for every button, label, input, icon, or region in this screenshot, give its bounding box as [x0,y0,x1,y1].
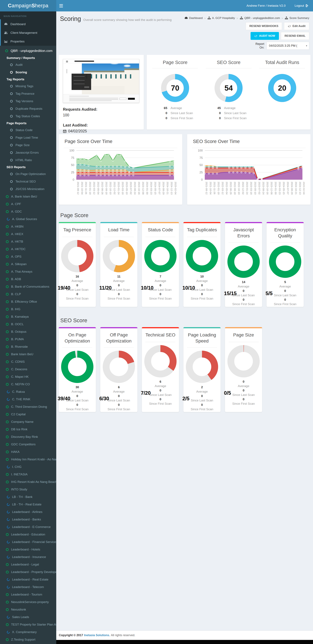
sidebar-item-duplicate-requests[interactable]: Duplicate Requests [0,105,56,112]
sidebar-property-c-the-rink[interactable]: C. THE RINK [0,396,56,403]
sidebar-item-technical-seo[interactable]: Technical SEO [0,178,56,185]
sidebar-property-c-third-dimension-diving[interactable]: C. Third Dimension Diving [0,403,56,410]
sidebar-property-a-hkex[interactable]: A. HKEX [0,230,56,238]
sidebar-property-a-hktb[interactable]: A. HKTB [0,238,56,245]
sidebar-property-a-ops[interactable]: A. OPS [0,253,56,260]
sidebar-property-leaderboard-airlines[interactable]: Leaderboard - Airlines [0,508,56,516]
sidebar-item-tag-versions[interactable]: Tag Versions [0,98,56,105]
sidebar-item-audit[interactable]: Audit [0,61,56,68]
sidebar-property-sales-leads[interactable]: Sales Leads [0,613,56,621]
sidebar-item-javascript-errors[interactable]: Javascript Errors [0,149,56,156]
sidebar-toggle-icon[interactable] [56,0,66,12]
sidebar-property-a-bank-islam-beu[interactable]: A. Bank Islam BeU [0,193,56,200]
resend-email-button[interactable]: RESEND EMAIL [281,32,309,40]
sidebar-property-nexuslisnk[interactable]: Nexuslisnk [0,606,56,613]
sidebar-item-tag-status-codes[interactable]: Tag Status Codes [0,112,56,120]
sidebar-property-nexuslinkservices-property[interactable]: NexuslinkServices-property [0,598,56,606]
sidebar-property-test-property-for-starter-plan-audit[interactable]: TEST Property for Starter Plan Audit [0,621,56,628]
sidebar-item-client-management[interactable]: Client Management [0,28,56,37]
report-date-select[interactable]: 04/02/2025 3:25 PM ( ▾ [267,42,309,50]
sidebar-property-a-hktdc[interactable]: A. HKTDC [0,245,56,253]
sidebar-property-b-kamalaya[interactable]: B. Kamalaya [0,313,56,320]
sidebar-property-b-octopus[interactable]: B. Octopus [0,328,56,336]
sidebar-property-b-efficiency-office[interactable]: B. Efficiency Office [0,298,56,306]
sidebar-property-b-adb[interactable]: B. ADB [0,276,56,283]
sidebar-property-b-bank-of-communications[interactable]: B. Bank of Communications [0,283,56,290]
sidebar-property-b-clp[interactable]: B. CLP [0,290,56,298]
sidebar-item-qbr-property[interactable]: QBR - unpluggededition.com [0,47,56,55]
sidebar-item-missing-tags[interactable]: Missing Tags [0,82,56,90]
sidebar-item-status-code[interactable]: Status Code [0,126,56,134]
sidebar-item-dashboard[interactable]: Dashboard [0,20,56,28]
sidebar-property-a-global-sources[interactable]: A. Global Sources [0,215,56,223]
sidebar-property-company-name[interactable]: Company Name [0,418,56,426]
sidebar-property-c-mapei-hk[interactable]: C. Mapei HK [0,373,56,380]
breadcrumb-item-qbr-unpluggededition-com[interactable]: QBR - unpluggededition.com [240,16,280,20]
sidebar-property-c-rakxa[interactable]: C. Rakxa [0,388,56,396]
sidebar-property-c-cdnis[interactable]: C. CDNIS [0,358,56,366]
sidebar-property-discovery-bay-rink[interactable]: Discovery Bay Rink [0,433,56,440]
breadcrumb-item-dashboard[interactable]: Dashboard [184,16,203,20]
sidebar-property-b-riverside[interactable]: B. Riverside [0,343,56,350]
sidebar-property-holiday-inn-resort-krabi-ao-nang[interactable]: Holiday Inn Resort Krabi - Ao Nang [0,456,56,463]
breadcrumb-label: Dashboard [189,16,203,20]
sidebar-item-on-page-optimization[interactable]: On Page Optimization [0,170,56,178]
sidebar-property-leaderboard-property-developers[interactable]: Leaderboard - Property Developers [0,568,56,576]
audit-now-button[interactable]: AUDIT NOW [251,32,279,40]
sidebar-property-b-ihg[interactable]: B. IHG [0,306,56,313]
sidebar-property-b-oocl[interactable]: B. OOCL [0,320,56,328]
sidebar-property-into-study[interactable]: INTO Study [0,486,56,493]
sidebar-property-ihg-resort-krabi-ao-nang-beach[interactable]: IHG Resort Krabi Ao Nang Beach [0,478,56,486]
sidebar-item-label: B. ADB [11,277,21,281]
sidebar-property-a-cpf[interactable]: A. CPF [0,200,56,208]
sidebar-property-leaderboard-education[interactable]: Leaderboard - Education [0,531,56,538]
resend-webhooks-button[interactable]: RESEND WEBHOOKS [246,22,282,30]
sidebar-property-leaderboard-banks[interactable]: Leaderboard - Banks [0,516,56,523]
sidebar-property-leaderboard-telecom[interactable]: Leaderboard - Telecom [0,583,56,591]
sidebar-property-leaderboard-e-commerce[interactable]: Leaderboard - E-Commerce [0,523,56,531]
breadcrumb-item-score-summary[interactable]: Score Summary [285,16,309,20]
sidebar-item-page-size[interactable]: Page Size [0,141,56,149]
sidebar-property-x-complimentary[interactable]: X. Complimentary [0,628,56,636]
circle-notch-icon [6,540,10,544]
sidebar-property-leaderboard-real-estate[interactable]: Leaderboard - Real Estate [0,576,56,583]
logout-button[interactable]: Logout [295,4,309,8]
sidebar-property-leaderboard-tourism[interactable]: Leaderboard - Tourism [0,591,56,598]
sidebar-property-a-gdc[interactable]: A. GDC [0,208,56,215]
user-name[interactable]: Andrew Fenn / Inetasia V2.0 [247,4,286,8]
sidebar-property-i-chg[interactable]: I. CHG [0,463,56,471]
sidebar-property-b-puma[interactable]: B. PUMA [0,336,56,343]
sidebar-property-haka[interactable]: HAKA [0,448,56,456]
sidebar-item-page-load-time[interactable]: Page Load Time [0,134,56,141]
sidebar-property-z-testing-support[interactable]: Z.Testing Support [0,636,56,643]
sidebar-property-lb-th-bank[interactable]: LB - TH - Bank [0,493,56,501]
sidebar-property-a-thai-airways[interactable]: A. Thai Airways [0,268,56,276]
sidebar-property-db-ice-rink[interactable]: DB Ice Rink [0,426,56,433]
sidebar-property-c2-capital[interactable]: C2 Capital [0,410,56,418]
sidebar-item-tag-presence[interactable]: Tag Presence [0,90,56,98]
brand-logo[interactable]: CampaignSherpa [0,0,56,12]
sidebar-property-lb-th-real-estate[interactable]: LB - TH - Real Estate [0,501,56,508]
sidebar-property-gdc-competitors[interactable]: GDC Competitors [0,440,56,448]
sidebar-property-c-nefin-co[interactable]: C. NEFIN CO [0,380,56,388]
sidebar-property-leaderboard-insurance[interactable]: Leaderboard - Insurance [0,553,56,561]
sidebar-scrollbar[interactable] [0,19,1,46]
sidebar-item-properties[interactable]: Properties [0,37,56,46]
sidebar-property-c-deacons[interactable]: C. Deacons [0,366,56,373]
sidebar-item-scoring[interactable]: Scoring [0,68,56,76]
sidebar-property-leaderboard-financial-services[interactable]: Leaderboard - Financial Services [0,538,56,546]
sidebar-property-leaderboard-legal[interactable]: Leaderboard - Legal [0,561,56,568]
breadcrumb-item-a-gcp-hospitality[interactable]: A. GCP Hospitality [207,16,235,20]
score-fraction-label: 39/40 [58,396,70,401]
summary-title: Page Score [148,60,202,65]
sidebar-property-i-inetasia[interactable]: I. INETASIA [0,471,56,478]
sidebar-property-bank-islam-beu[interactable]: Bank Islam BeU [0,350,56,358]
edit-audit-button[interactable]: Edit Audit [284,22,309,30]
sidebar-item-js-css-minimization[interactable]: JS/CSS Minimization [0,185,56,193]
sidebar-property-a-hkbn[interactable]: A. HKBN [0,223,56,230]
sidebar-item-html-ratio[interactable]: HTML Ratio [0,156,56,164]
footer-company-link[interactable]: Inetasia Solutions. [84,634,110,637]
sidebar-property-leaderboard-hotels[interactable]: Leaderboard - Hotels [0,546,56,553]
svg-text:0: 0 [73,178,74,181]
sidebar-property-a-silkspan[interactable]: A. Silkspan [0,260,56,268]
